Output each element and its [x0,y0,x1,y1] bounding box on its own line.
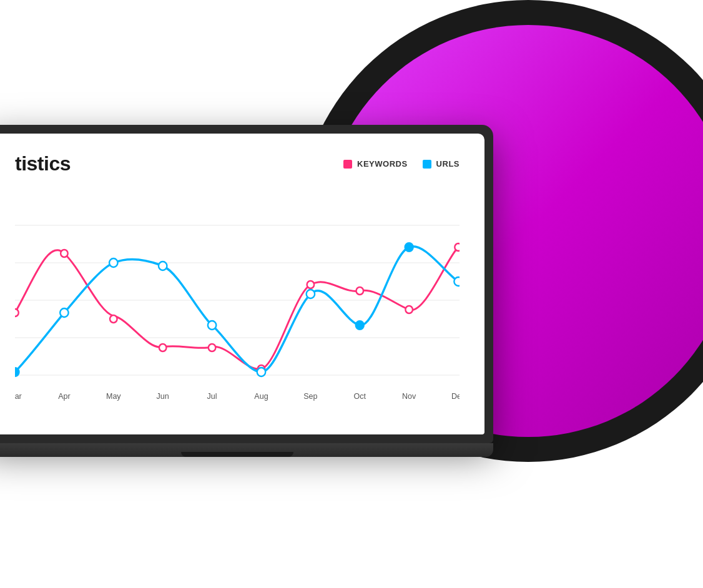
kw-point-jun [159,344,167,351]
chart-header: tistics KEYWORDS URLS [15,152,460,175]
keywords-line [15,247,458,369]
kw-point-nov [405,306,413,313]
url-point-nov [405,243,413,252]
kw-point-may [110,315,117,323]
url-point-jul [208,321,216,330]
url-point-dec [454,277,460,286]
month-mar: Mar [15,391,22,401]
legend-urls: URLS [423,159,460,169]
kw-point-dec [455,243,460,251]
screen-bezel: tistics KEYWORDS URLS [0,134,484,434]
month-apr: Apr [58,391,71,401]
month-jul: Jul [207,391,217,401]
month-jun: Jun [157,391,169,401]
chart-legend: KEYWORDS URLS [343,159,460,169]
chart-svg: Mar Apr May Jun Jul Aug Sep Oct Nov Dec [15,188,460,406]
legend-keywords: KEYWORDS [343,159,408,169]
legend-urls-label: URLS [436,159,460,169]
chart-title: tistics [15,152,71,175]
kw-point-mar [15,309,19,316]
month-sep: Sep [303,391,317,401]
url-point-mar [15,368,19,376]
month-oct: Oct [354,391,366,401]
chart-area: Mar Apr May Jun Jul Aug Sep Oct Nov Dec [15,188,460,406]
kw-point-apr [61,250,68,257]
urls-line [15,247,458,372]
laptop-wrapper: tistics KEYWORDS URLS [0,125,506,474]
url-point-apr [60,308,68,317]
screen-content: tistics KEYWORDS URLS [0,134,484,434]
legend-dot-urls [423,160,431,169]
url-point-oct [356,321,364,330]
url-point-jun [159,262,167,270]
month-dec: Dec [451,391,460,401]
url-point-aug [257,368,265,376]
legend-keywords-label: KEYWORDS [357,159,408,169]
kw-point-sep [307,281,315,288]
url-point-sep [307,290,315,298]
month-may: May [106,391,121,401]
kw-point-jul [209,344,216,351]
laptop-body: tistics KEYWORDS URLS [0,125,493,443]
month-nov: Nov [402,391,416,401]
month-aug: Aug [254,391,268,401]
kw-point-oct [356,287,364,295]
legend-dot-keywords [343,160,352,169]
url-point-may [109,258,117,267]
laptop-base [0,443,493,457]
